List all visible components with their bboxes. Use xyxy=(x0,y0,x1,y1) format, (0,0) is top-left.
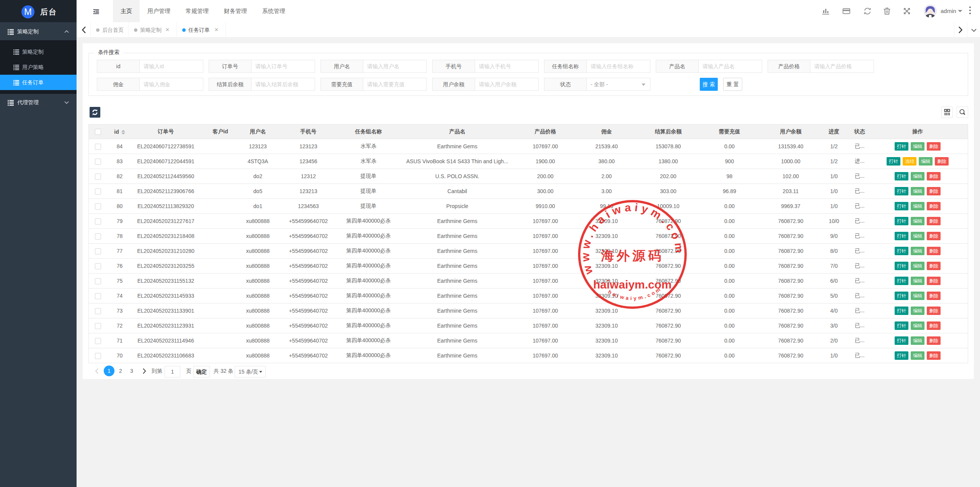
svg-text:海外源码: 海外源码 xyxy=(601,248,664,263)
svg-text:www.haiwaiym.com: www.haiwaiym.com xyxy=(579,201,686,276)
